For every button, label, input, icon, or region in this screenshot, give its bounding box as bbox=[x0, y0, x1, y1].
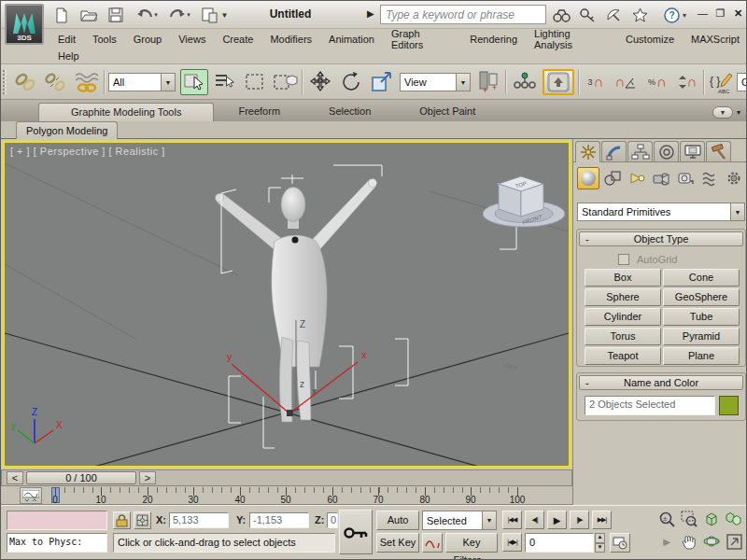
menu-create[interactable]: Create bbox=[214, 32, 261, 47]
zoom-button[interactable]: ± bbox=[656, 510, 677, 528]
coord-system-dropdown[interactable]: ▼ bbox=[456, 74, 470, 91]
play-selected-icon[interactable]: ▶ bbox=[656, 532, 677, 551]
select-and-link-button[interactable] bbox=[12, 69, 38, 95]
project-toolbar-button[interactable]: ▼ bbox=[199, 6, 231, 24]
x-coord-field[interactable]: 5,133 bbox=[169, 512, 229, 528]
previous-frame-button[interactable]: ◀|| bbox=[525, 511, 544, 529]
mini-listener-field[interactable]: Max to Physc: bbox=[7, 533, 107, 553]
redo-button[interactable]: ▾ bbox=[166, 6, 192, 24]
rectangular-selection-region-button[interactable] bbox=[242, 69, 268, 95]
spinner-snap-toggle-button[interactable]: ∩ bbox=[673, 69, 701, 95]
object-color-swatch[interactable] bbox=[719, 396, 739, 415]
button-cylinder[interactable]: Cylinder bbox=[585, 308, 661, 326]
previous-frame-slider-button[interactable]: < bbox=[7, 471, 23, 484]
close-button[interactable]: ✕ bbox=[730, 7, 746, 21]
redo-dropdown-arrow[interactable]: ▾ bbox=[187, 11, 190, 19]
key-filters-button[interactable]: Key Filters... bbox=[445, 533, 498, 553]
macro-recorder-field[interactable] bbox=[7, 511, 107, 530]
button-pyramid[interactable]: Pyramid bbox=[663, 328, 740, 345]
category-lights[interactable] bbox=[626, 167, 648, 189]
menu-animation[interactable]: Animation bbox=[320, 32, 383, 47]
angle-snap-toggle-button[interactable]: ∩ bbox=[612, 69, 640, 95]
menu-group[interactable]: Group bbox=[125, 32, 171, 47]
time-configuration-button[interactable] bbox=[610, 533, 630, 553]
communication-center-button[interactable] bbox=[603, 6, 624, 24]
maximize-viewport-toggle[interactable] bbox=[724, 532, 744, 551]
tab-utilities[interactable] bbox=[706, 141, 731, 161]
set-keys-button[interactable] bbox=[339, 510, 373, 554]
category-systems[interactable] bbox=[723, 167, 745, 189]
go-to-start-button[interactable]: |◀◀ bbox=[502, 511, 522, 529]
mini-curve-editor-button[interactable] bbox=[20, 487, 42, 504]
ribbon-tab-graphite-modeling-tools[interactable]: Graphite Modeling Tools bbox=[38, 103, 214, 121]
object-category-dropdown[interactable]: Standard Primitives▼ bbox=[577, 203, 745, 221]
undo-button[interactable]: ▾ bbox=[134, 6, 160, 24]
key-mode-toggle-button[interactable]: |◀▶| bbox=[502, 533, 522, 552]
button-box[interactable]: Box bbox=[585, 269, 661, 287]
tab-modify[interactable] bbox=[601, 141, 627, 161]
viewcube[interactable]: TOP LEFT FRONT bbox=[483, 176, 565, 371]
name-color-rollout-header[interactable]: - Name and Color bbox=[579, 375, 743, 390]
default-tangent-button[interactable] bbox=[422, 533, 443, 553]
tab-hierarchy[interactable] bbox=[627, 141, 653, 161]
selection-lock-toggle[interactable] bbox=[113, 511, 131, 529]
undo-dropdown-arrow[interactable]: ▾ bbox=[154, 11, 158, 19]
open-file-button[interactable] bbox=[78, 6, 99, 24]
help-dropdown-arrow[interactable]: ▾ bbox=[683, 11, 686, 20]
pan-view-button[interactable] bbox=[679, 532, 699, 551]
auto-key-button[interactable]: Auto Key bbox=[376, 511, 419, 530]
select-and-scale-button[interactable] bbox=[368, 69, 396, 95]
snaps-toggle-button[interactable]: 3∩ bbox=[583, 69, 609, 95]
object-name-field[interactable]: 2 Objects Selected bbox=[585, 396, 715, 415]
keyboard-shortcut-override-button[interactable] bbox=[543, 69, 574, 95]
named-selection-set-field[interactable]: Create bbox=[737, 69, 747, 95]
object-type-rollout-header[interactable]: - Object Type bbox=[579, 231, 743, 246]
zoom-extents-all-button[interactable] bbox=[724, 510, 744, 528]
track-bar[interactable]: 0 10 20 30 40 50 60 70 80 90 100 bbox=[1, 486, 572, 505]
button-cone[interactable]: Cone bbox=[663, 269, 740, 287]
ribbon-tab-selection[interactable]: Selection bbox=[304, 103, 395, 121]
next-frame-button[interactable]: ||▶ bbox=[570, 511, 589, 529]
ribbon-minimize-button[interactable]: ▼ bbox=[712, 106, 733, 119]
frame-spinner[interactable]: ▲ ▼ bbox=[595, 533, 605, 553]
help-button[interactable]: ?▾ bbox=[659, 6, 691, 24]
save-file-button[interactable] bbox=[106, 6, 125, 24]
orbit-button[interactable] bbox=[701, 532, 722, 551]
subscription-button[interactable] bbox=[577, 6, 598, 24]
go-to-end-button[interactable]: ▶▶| bbox=[592, 511, 612, 529]
select-object-button[interactable] bbox=[180, 69, 208, 95]
tab-create[interactable] bbox=[575, 141, 600, 162]
toolbar-overflow-glyph[interactable]: ▼ bbox=[221, 11, 229, 20]
current-frame-field[interactable]: 0 bbox=[525, 533, 594, 553]
time-slider[interactable]: < 0 / 100 > bbox=[1, 469, 572, 486]
button-sphere[interactable]: Sphere bbox=[585, 288, 661, 306]
time-slider-handle[interactable]: 0 / 100 bbox=[26, 471, 136, 484]
panel-tab-polygon-modeling[interactable]: Polygon Modeling bbox=[16, 121, 118, 139]
menu-customize[interactable]: Customize bbox=[617, 32, 683, 47]
set-key-button[interactable]: Set Key bbox=[376, 533, 419, 553]
tab-motion[interactable] bbox=[654, 141, 679, 161]
category-shapes[interactable] bbox=[601, 167, 624, 189]
toolbar-grip[interactable] bbox=[3, 70, 7, 94]
tab-display[interactable] bbox=[680, 141, 705, 161]
zoom-region-button[interactable] bbox=[679, 510, 699, 528]
selection-filter-dropdown[interactable]: ▼ bbox=[161, 74, 175, 91]
play-animation-button[interactable]: ▶ bbox=[547, 511, 567, 529]
maximize-button[interactable]: ❐ bbox=[712, 7, 728, 21]
category-cameras[interactable] bbox=[650, 167, 672, 189]
select-by-name-button[interactable] bbox=[212, 69, 238, 95]
key-mode-combo[interactable]: Selected▼ bbox=[422, 511, 497, 530]
button-geosphere[interactable]: GeoSphere bbox=[663, 288, 740, 306]
app-logo-button[interactable]: 3DS bbox=[5, 4, 44, 45]
spinner-up-button[interactable]: ▲ bbox=[595, 533, 605, 543]
button-teapot[interactable]: Teapot bbox=[585, 347, 661, 365]
key-mode-dropdown[interactable]: ▼ bbox=[482, 511, 496, 529]
minimize-button[interactable]: — bbox=[695, 7, 711, 21]
absolute-offset-toggle[interactable] bbox=[134, 511, 151, 529]
zoom-extents-button[interactable] bbox=[701, 510, 722, 528]
use-pivot-point-button[interactable]: ++ bbox=[475, 69, 501, 95]
viewport-label[interactable]: [ + ] [ Perspective ] [ Realistic ] bbox=[10, 146, 165, 157]
reference-coordinate-combo[interactable]: View▼ bbox=[400, 69, 471, 95]
bind-to-space-warp-button[interactable] bbox=[72, 69, 102, 95]
search-button[interactable] bbox=[551, 6, 571, 24]
